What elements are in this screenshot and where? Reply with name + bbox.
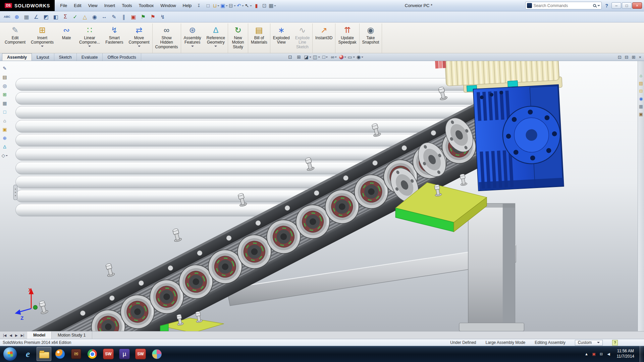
doc-nav-next-icon[interactable]: ▶ — [14, 334, 19, 337]
annotation-icon[interactable]: ✎ — [110, 12, 118, 21]
taskbar-solidworks[interactable]: SW — [101, 347, 116, 361]
search-scope-icon[interactable] — [527, 3, 532, 8]
zoom-area-icon[interactable]: ⊞ — [295, 54, 303, 60]
taskbar-chrome[interactable] — [85, 347, 100, 361]
dimension-icon[interactable]: ↔ — [100, 12, 109, 21]
taskbar-media-player[interactable] — [53, 347, 67, 361]
search-icon[interactable] — [593, 4, 596, 7]
edit-sketch-icon[interactable]: ✎ — [1, 64, 9, 72]
insert-components-button[interactable]: ⊞ Insert Components — [28, 23, 56, 53]
doc-tab-model[interactable]: Model — [27, 331, 52, 339]
custom-properties-icon[interactable]: ▣ — [639, 112, 643, 117]
help-icon[interactable]: ? — [605, 3, 608, 8]
linear-component-pattern-button[interactable]: ∷ Linear Compone... — [76, 23, 103, 53]
doc-tab-motion-study-1[interactable]: Motion Study 1 — [52, 331, 92, 339]
view-orientation-icon[interactable]: ◫ — [313, 54, 320, 60]
volume-tray-icon[interactable]: ◀ — [606, 352, 611, 356]
tab-sketch[interactable]: Sketch — [54, 53, 77, 61]
maximize-button[interactable]: □ — [622, 2, 632, 9]
menu-item[interactable]: Window — [157, 0, 179, 11]
menu-item[interactable]: Insert — [101, 0, 119, 11]
open-document-icon[interactable]: ⊔ — [212, 2, 220, 10]
viewport-restore-icon[interactable]: ⊞ — [632, 55, 636, 60]
measure-icon[interactable]: ∠ — [32, 12, 41, 21]
viewport-arrange-icon[interactable]: ⊡ — [618, 55, 622, 60]
reference-geometry-button[interactable]: ∆ Reference Geometry — [204, 23, 228, 53]
section-view-icon[interactable]: ◪ — [304, 54, 311, 60]
hyperlink-icon[interactable]: ⊕ — [12, 12, 21, 21]
new-motion-study-button[interactable]: ↻ New Motion Study — [228, 23, 248, 53]
evaluate-icon[interactable]: ◎ — [1, 82, 9, 89]
mate-button[interactable]: ∾ Mate — [56, 23, 76, 53]
menu-item[interactable]: Edit — [70, 0, 85, 11]
scenes-icon[interactable]: ▦ — [639, 104, 643, 109]
doc-nav-first-icon[interactable]: |◀ — [2, 334, 7, 337]
configuration-selector[interactable]: Custom — [575, 340, 603, 346]
scene-icon[interactable]: ▭ — [347, 54, 355, 60]
grid-icon[interactable]: ▦ — [1, 99, 9, 107]
origin-icon[interactable]: ⌂ — [1, 117, 9, 124]
pin-menu-icon[interactable]: ↧ — [195, 3, 203, 8]
doc-nav-prev-icon[interactable]: ◀ — [8, 334, 13, 337]
reference-icon[interactable]: ∆ — [1, 143, 9, 150]
exploded-view-button[interactable]: ∗ Exploded View — [270, 23, 292, 53]
status-help-icon[interactable]: ? — [612, 340, 618, 346]
viewport-close-icon[interactable]: × — [639, 55, 641, 60]
rebuild-icon[interactable]: ▮ — [252, 2, 260, 10]
appearances-icon[interactable] — [339, 54, 346, 60]
design-table-icon[interactable]: ▦ — [22, 12, 31, 21]
view-settings-icon[interactable]: ◉ — [356, 54, 364, 60]
show-hidden-components-button[interactable]: ∞ Show Hidden Components — [153, 23, 181, 53]
equations-icon[interactable]: Σ — [61, 12, 70, 21]
interference-icon[interactable]: △ — [80, 12, 89, 21]
section-properties-icon[interactable]: ◧ — [51, 12, 60, 21]
flag-red-icon[interactable]: ⚑ — [149, 12, 157, 21]
insert-icon[interactable]: ⊕ — [1, 134, 9, 142]
menu-item[interactable]: Toolbox — [136, 0, 157, 11]
taskbar-utorrent[interactable]: µ — [117, 347, 132, 361]
mass-properties-icon[interactable]: ◩ — [42, 12, 50, 21]
search-caret-icon[interactable] — [597, 5, 600, 8]
menu-item[interactable]: View — [85, 0, 101, 11]
taskbar-paint[interactable] — [149, 347, 164, 361]
plane-icon[interactable]: □ — [1, 108, 9, 116]
doc-nav-last-icon[interactable]: ▶| — [20, 334, 25, 337]
edit-component-button[interactable]: ✎ Edit Component — [2, 23, 28, 53]
parallel-icon[interactable]: ∥ — [119, 12, 128, 21]
menu-item[interactable]: File — [57, 0, 70, 11]
select-arrow-icon[interactable]: ↖ — [244, 2, 252, 10]
taskbar-solidworks-2[interactable]: SW — [133, 347, 148, 361]
file-explorer-icon[interactable]: ⊟ — [639, 88, 643, 94]
color-swatch-icon[interactable]: ▣ — [129, 12, 138, 21]
menu-item[interactable]: Tools — [118, 0, 135, 11]
display-style-icon[interactable]: □ — [321, 54, 329, 60]
menu-item[interactable]: Help — [179, 0, 195, 11]
pane-splitter-grip[interactable] — [13, 185, 17, 200]
tools-lightning-icon[interactable]: ↯ — [158, 12, 167, 21]
save-icon[interactable]: ▣ — [220, 2, 228, 10]
print-icon[interactable]: ⊟ — [228, 2, 236, 10]
undo-icon[interactable]: ↶ — [236, 2, 244, 10]
update-speedpak-button[interactable]: ⇈ Update Speedpak — [335, 23, 359, 53]
check-icon[interactable]: ✓ — [71, 12, 79, 21]
taskbar-internet-explorer[interactable]: e — [20, 347, 35, 361]
file-properties-icon[interactable]: ⊡ — [260, 2, 268, 10]
design-library-icon[interactable]: ▤ — [639, 81, 643, 86]
drawing-icon[interactable]: ▤ — [1, 73, 9, 81]
start-button[interactable] — [3, 347, 17, 361]
spell-checker-icon[interactable]: ABC — [3, 12, 11, 21]
graphics-viewport[interactable]: X Z ✎ ▤ ◎ — [0, 61, 644, 331]
assembly-features-button[interactable]: ⊛ Assembly Features — [181, 23, 204, 53]
flyout-more-icon[interactable]: ◇ — [1, 152, 9, 159]
tab-evaluate[interactable]: Evaluate — [77, 53, 103, 61]
show-hidden-icons-button[interactable]: ▲ — [584, 352, 589, 356]
viewport-3d-scene[interactable]: X Z — [0, 61, 644, 331]
sensor-icon[interactable]: ◉ — [90, 12, 99, 21]
antivirus-tray-icon[interactable]: ▣ — [591, 352, 597, 356]
tab-layout[interactable]: Layout — [32, 53, 54, 61]
component-icon[interactable]: ▣ — [1, 125, 9, 133]
options-icon[interactable]: ▦ — [268, 2, 276, 10]
new-document-icon[interactable]: □ — [204, 2, 212, 10]
explode-line-sketch-button[interactable]: ∿ Explode Line Sketch — [292, 23, 313, 53]
solidworks-resources-icon[interactable]: ⌂ — [640, 73, 642, 78]
